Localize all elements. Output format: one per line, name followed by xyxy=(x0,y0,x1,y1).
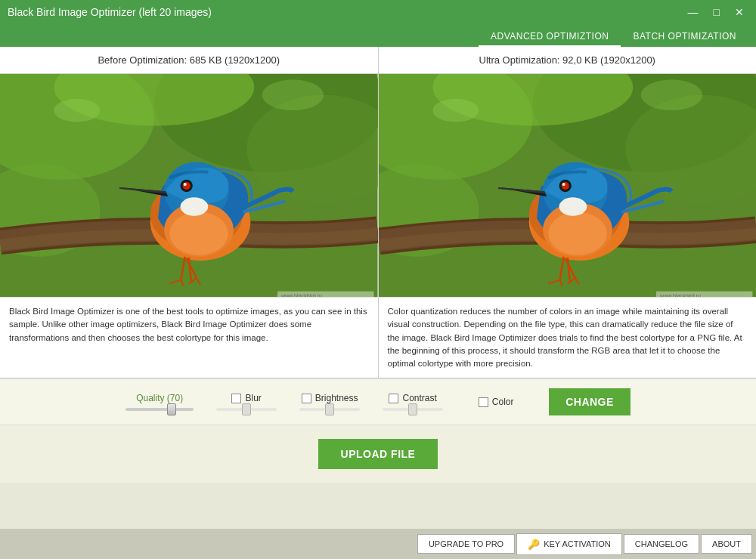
quality-control: Quality (70) xyxy=(125,393,194,411)
brightness-slider[interactable] xyxy=(299,408,360,411)
controls-area: Quality (70) Blur Brightness Contrast xyxy=(0,378,756,425)
svg-text:www.blackbird.ru: www.blackbird.ru xyxy=(280,293,322,297)
change-button[interactable]: CHANGE xyxy=(549,388,631,415)
optimized-image-panel: www.blackbird.ru xyxy=(379,74,757,297)
key-icon: 🔑 xyxy=(528,539,540,550)
blur-checkbox[interactable] xyxy=(231,394,241,403)
svg-point-30 xyxy=(559,197,587,215)
maximize-button[interactable]: □ xyxy=(709,5,724,20)
tab-bar: ADVANCED OPTIMIZTION BATCH OPTIMIZATION xyxy=(0,24,756,47)
description-area: Black Bird Image Optimizer is one of the… xyxy=(0,297,756,378)
right-description: Color quantization reduces the number of… xyxy=(379,298,757,378)
tab-batch[interactable]: BATCH OPTIMIZATION xyxy=(621,27,748,47)
svg-point-13 xyxy=(183,182,191,190)
color-control: Color xyxy=(466,397,526,407)
original-image-panel: www.blackbird.ru xyxy=(0,74,379,297)
contrast-slider[interactable] xyxy=(383,408,443,411)
svg-point-35 xyxy=(640,79,702,110)
app-title: Black Bird Image Optimizer (left 20 imag… xyxy=(8,6,212,18)
svg-point-32 xyxy=(561,182,569,190)
brightness-control: Brightness xyxy=(299,393,360,411)
quality-label: Quality (70) xyxy=(136,393,183,403)
svg-text:www.blackbird.ru: www.blackbird.ru xyxy=(659,293,701,297)
svg-point-29 xyxy=(548,212,606,255)
contrast-control: Contrast xyxy=(383,393,443,411)
svg-point-15 xyxy=(54,99,100,122)
blur-label: Blur xyxy=(231,393,261,403)
before-optimization-label: Before Optimization: 685 KB (1920x1200) xyxy=(0,47,379,73)
svg-point-16 xyxy=(262,79,324,110)
after-optimization-label: Ultra Optimization: 92,0 KB (1920x1200) xyxy=(379,47,757,73)
color-checkbox[interactable] xyxy=(479,397,488,407)
svg-point-33 xyxy=(562,183,565,186)
optimized-bird-image: www.blackbird.ru xyxy=(379,74,757,297)
contrast-label: Contrast xyxy=(389,393,436,403)
header-row: Before Optimization: 685 KB (1920x1200) … xyxy=(0,47,756,74)
svg-point-34 xyxy=(432,99,479,122)
changelog-button[interactable]: CHANGELOG xyxy=(624,534,699,554)
brightness-checkbox[interactable] xyxy=(302,394,311,403)
original-bird-image: www.blackbird.ru xyxy=(0,74,378,297)
svg-point-10 xyxy=(169,212,228,255)
svg-point-11 xyxy=(181,197,209,215)
upload-button[interactable]: UPLOAD FILE xyxy=(318,439,438,469)
quality-slider[interactable] xyxy=(125,408,194,411)
svg-point-14 xyxy=(184,183,187,186)
upload-area: UPLOAD FILE xyxy=(0,425,756,483)
blur-slider[interactable] xyxy=(216,408,277,411)
tab-advanced[interactable]: ADVANCED OPTIMIZTION xyxy=(479,27,621,47)
contrast-checkbox[interactable] xyxy=(389,394,398,403)
about-button[interactable]: ABOUT xyxy=(701,534,752,554)
upgrade-to-pro-button[interactable]: UPGRADE TO PRO xyxy=(417,534,515,554)
color-label: Color xyxy=(479,397,514,407)
brightness-label: Brightness xyxy=(302,393,358,403)
footer: UPGRADE TO PRO 🔑 KEY ACTIVATION CHANGELO… xyxy=(0,529,756,559)
controls-row: Quality (70) Blur Brightness Contrast xyxy=(15,388,741,415)
image-area: www.blackbird.ru xyxy=(0,74,756,297)
title-bar: Black Bird Image Optimizer (left 20 imag… xyxy=(0,0,756,24)
close-button[interactable]: ✕ xyxy=(730,5,748,20)
blur-control: Blur xyxy=(216,393,277,411)
key-activation-button[interactable]: 🔑 KEY ACTIVATION xyxy=(516,533,622,555)
left-description: Black Bird Image Optimizer is one of the… xyxy=(0,298,379,378)
window-controls: — □ ✕ xyxy=(683,5,748,20)
minimize-button[interactable]: — xyxy=(683,5,703,20)
